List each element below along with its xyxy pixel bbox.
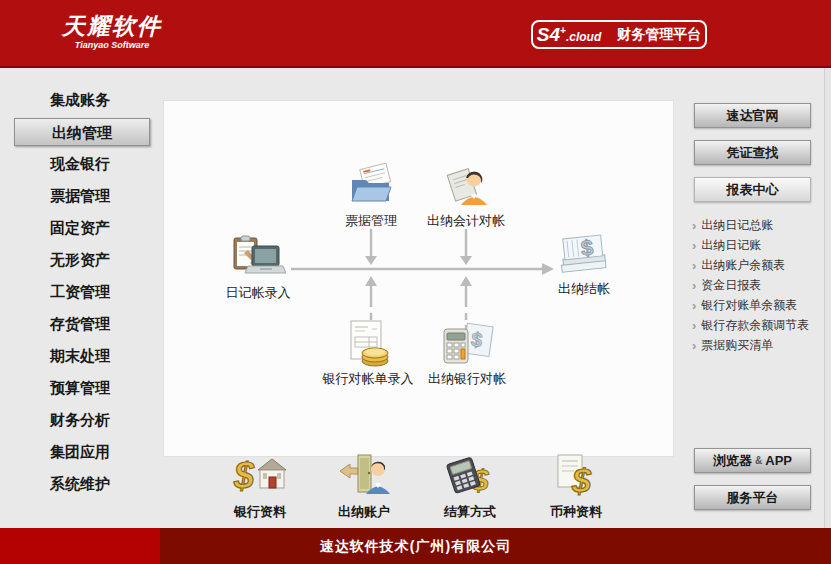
browser-app-button[interactable]: 浏览器 & APP — [694, 448, 811, 473]
link-notes-purchase-list[interactable]: ›票据购买清单 — [692, 335, 826, 355]
flow-node-label: 日记帐录入 — [226, 284, 291, 302]
chevron-right-icon: › — [692, 239, 696, 252]
ledger-dollar-icon: $ — [555, 229, 613, 277]
svg-text:$: $ — [571, 461, 592, 496]
settlement-method-item[interactable]: $ 结算方式 — [414, 452, 526, 521]
sidebar-item-period-end[interactable]: 期末处理 — [0, 340, 160, 372]
folder-notes-icon — [346, 161, 396, 209]
flow-node-label: 出纳会计对帐 — [427, 212, 505, 230]
sidebar-item-financial-analysis[interactable]: 财务分析 — [0, 404, 160, 436]
flow-node-label: 出纳银行对帐 — [428, 370, 506, 388]
sidebar-item-intangible-assets[interactable]: 无形资产 — [0, 244, 160, 276]
bank-info-label: 银行资料 — [234, 503, 286, 521]
link-label: 出纳日记总账 — [701, 217, 773, 234]
sidebar-item-fixed-assets[interactable]: 固定资产 — [0, 212, 160, 244]
flow-node-cashier-accounting-reconcile[interactable]: 出纳会计对帐 — [401, 161, 531, 230]
sidebar-item-group-apps[interactable]: 集团应用 — [0, 436, 160, 468]
sidebar-item-cashier-management[interactable]: 出纳管理 — [14, 118, 150, 146]
flow-node-cashier-closing[interactable]: $ 出纳结帐 — [519, 229, 649, 298]
settlement-method-label: 结算方式 — [444, 503, 496, 521]
svg-text:$: $ — [233, 455, 255, 496]
sidebar-item-notes-management[interactable]: 票据管理 — [0, 180, 160, 212]
bank-info-item[interactable]: $ 银行资料 — [204, 452, 316, 521]
app-window: 天耀软件 Tianyao Software S4+.cloud 财务管理平台 集… — [0, 0, 831, 564]
report-links: ›出纳日记总账 ›出纳日记账 ›出纳账户余额表 ›资金日报表 ›银行对账单余额表… — [692, 215, 826, 355]
cashier-account-label: 出纳账户 — [338, 503, 390, 521]
link-cashier-journal[interactable]: ›出纳日记账 — [692, 235, 826, 255]
link-bank-deposit-reconciliation[interactable]: ›银行存款余额调节表 — [692, 315, 826, 335]
accountant-icon — [441, 161, 491, 209]
flow-panel: 票据管理 出纳会计对帐 — [163, 100, 674, 457]
link-cashier-journal-ledger[interactable]: ›出纳日记总账 — [692, 215, 826, 235]
flow-node-label: 银行对帐单录入 — [323, 370, 414, 388]
chevron-right-icon: › — [692, 319, 696, 332]
product-name: S4+.cloud — [537, 24, 601, 46]
sidebar-item-budget[interactable]: 预算管理 — [0, 372, 160, 404]
link-label: 资金日报表 — [701, 277, 761, 294]
link-label: 银行存款余额调节表 — [701, 317, 809, 334]
pos-terminal-icon: $ — [442, 452, 498, 500]
product-badge: S4+.cloud 财务管理平台 — [531, 20, 707, 49]
chevron-right-icon: › — [692, 279, 696, 292]
link-label: 票据购买清单 — [701, 337, 773, 354]
door-person-icon — [336, 452, 392, 500]
link-label: 银行对账单余额表 — [701, 297, 797, 314]
logo-title: 天耀软件 — [62, 13, 162, 39]
bank-dollar-icon: $ — [232, 452, 288, 500]
chevron-right-icon: › — [692, 259, 696, 272]
sidebar-item-inventory[interactable]: 存货管理 — [0, 308, 160, 340]
sidebar-item-system-maintenance[interactable]: 系统维护 — [0, 468, 160, 500]
platform-name: 财务管理平台 — [617, 26, 701, 44]
report-center-button[interactable]: 报表中心 — [694, 177, 811, 202]
app-label: APP — [765, 453, 792, 468]
calculator-dollar-icon: $ — [439, 319, 495, 367]
currency-info-label: 币种资料 — [550, 503, 602, 521]
sidebar: 集成账务 出纳管理 现金银行 票据管理 固定资产 无形资产 工资管理 存货管理 … — [0, 84, 160, 500]
link-bank-statement-balance[interactable]: ›银行对账单余额表 — [692, 295, 826, 315]
flow-node-cashier-bank-reconcile[interactable]: $ 出纳银行对帐 — [402, 319, 532, 388]
footer: 速达软件技术(广州)有限公司 — [0, 528, 831, 564]
flow-node-label: 出纳结帐 — [558, 280, 610, 298]
svg-text:$: $ — [580, 235, 595, 261]
chevron-right-icon: › — [692, 219, 696, 232]
flow-node-journal-entry[interactable]: 日记帐录入 — [193, 233, 323, 302]
browser-label: 浏览器 — [713, 452, 752, 470]
currency-doc-icon: $ — [550, 452, 602, 500]
sidebar-item-integrated-accounts[interactable]: 集成账务 — [0, 84, 160, 116]
logo: 天耀软件 Tianyao Software — [62, 13, 162, 50]
logo-subtitle: Tianyao Software — [62, 40, 162, 50]
statement-coins-icon — [342, 319, 394, 367]
cashier-account-item[interactable]: 出纳账户 — [308, 452, 420, 521]
chevron-right-icon: › — [692, 299, 696, 312]
sidebar-item-cash-bank[interactable]: 现金银行 — [0, 148, 160, 180]
flow-node-label: 票据管理 — [345, 212, 397, 230]
link-funds-daily-report[interactable]: ›资金日报表 — [692, 275, 826, 295]
link-cashier-account-balance[interactable]: ›出纳账户余额表 — [692, 255, 826, 275]
service-platform-button[interactable]: 服务平台 — [694, 485, 811, 510]
clipboard-laptop-icon — [230, 233, 286, 281]
link-label: 出纳账户余额表 — [701, 257, 785, 274]
official-site-button[interactable]: 速达官网 — [694, 103, 811, 128]
chevron-right-icon: › — [692, 339, 696, 352]
voucher-search-button[interactable]: 凭证查找 — [694, 140, 811, 165]
currency-info-item[interactable]: $ 币种资料 — [520, 452, 632, 521]
right-edge-divider — [824, 68, 831, 528]
ampersand: & — [755, 455, 762, 466]
company-name: 速达软件技术(广州)有限公司 — [0, 528, 831, 564]
header: 天耀软件 Tianyao Software S4+.cloud 财务管理平台 — [0, 0, 831, 68]
link-label: 出纳日记账 — [701, 237, 761, 254]
sidebar-item-payroll[interactable]: 工资管理 — [0, 276, 160, 308]
